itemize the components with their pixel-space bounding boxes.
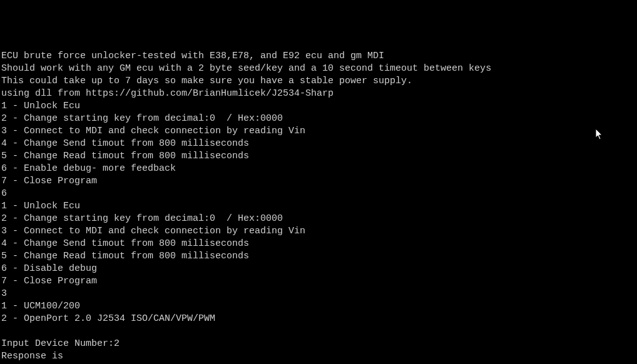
terminal-line: 3 - Connect to MDI and check connection … — [1, 226, 305, 236]
terminal-line: 6 - Enable debug- more feedback — [1, 163, 176, 174]
terminal-line: 4 - Change Send timout from 800 millisec… — [1, 238, 249, 249]
terminal-line: 1 - Unlock Ecu — [1, 201, 80, 211]
terminal-line: This could take up to 7 days so make sur… — [1, 76, 412, 86]
terminal-line: 7 - Close Program — [1, 276, 97, 286]
terminal-line: 6 - Disable debug — [1, 263, 97, 274]
terminal-line: Response is — [1, 351, 63, 361]
terminal-line: 1 - UCM100/200 — [1, 301, 80, 311]
terminal-line: 2 - OpenPort 2.0 J2534 ISO/CAN/VPW/PWM — [1, 313, 215, 324]
terminal-line: 3 — [1, 288, 7, 299]
terminal-output[interactable]: ECU brute force unlocker-tested with E38… — [0, 50, 637, 364]
terminal-line: 1 - Unlock Ecu — [1, 101, 80, 111]
terminal-line: Input Device Number:2 — [1, 338, 120, 349]
terminal-line: 4 - Change Send timout from 800 millisec… — [1, 138, 249, 149]
terminal-line: ECU brute force unlocker-tested with E38… — [1, 51, 384, 61]
terminal-line: 3 - Connect to MDI and check connection … — [1, 126, 305, 136]
terminal-line: using dll from https://github.com/BrianH… — [1, 88, 334, 99]
terminal-line: 2 - Change starting key from decimal:0 /… — [1, 113, 283, 124]
terminal-line: 5 - Change Read timout from 800 millisec… — [1, 151, 249, 161]
terminal-line: 2 - Change starting key from decimal:0 /… — [1, 213, 283, 224]
terminal-line: 6 — [1, 188, 7, 199]
terminal-line: 5 - Change Read timout from 800 millisec… — [1, 251, 249, 261]
terminal-line: 7 - Close Program — [1, 176, 97, 186]
terminal-line: Should work with any GM ecu with a 2 byt… — [1, 63, 491, 74]
